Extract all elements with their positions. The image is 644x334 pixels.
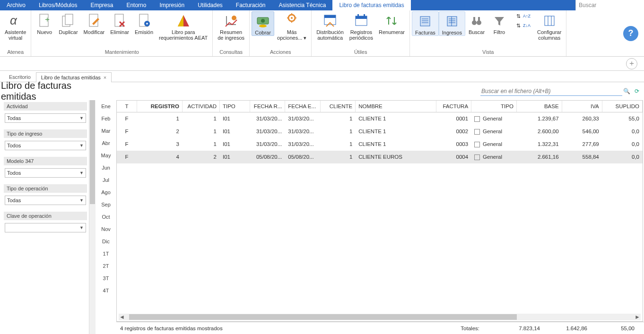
facturas-button[interactable]: Facturas	[412, 11, 439, 36]
month-may[interactable]: May	[96, 149, 116, 162]
libro-aeat-button[interactable]: Libro para requerimientos AEAT	[156, 11, 210, 41]
search-icon[interactable]: 🔍	[622, 88, 631, 94]
table-row[interactable]: F31I0131/03/20...31/03/20...1CLIENTE 100…	[117, 138, 643, 151]
menu-search[interactable]: Buscar	[575, 0, 644, 10]
month-ago[interactable]: Ago	[96, 186, 116, 198]
menu-empresa[interactable]: Empresa	[84, 0, 120, 10]
filter-scrollbar[interactable]	[89, 100, 96, 334]
col-header[interactable]: TIPO	[471, 101, 517, 112]
col-header[interactable]: BASE	[516, 101, 562, 112]
menu-entorno[interactable]: Entorno	[120, 0, 153, 10]
menu-impresion[interactable]: Impresión	[153, 0, 191, 10]
more-icon	[284, 13, 299, 28]
col-header[interactable]: TIPO	[219, 101, 250, 112]
col-header[interactable]: FECHA R...	[250, 101, 285, 112]
col-header[interactable]: SUPLIDO	[602, 101, 642, 112]
filter-clave-operacion-select[interactable]: ▼	[5, 223, 86, 232]
refresh-icon[interactable]: ⟳	[633, 88, 641, 94]
help-icon[interactable]: ?	[623, 26, 638, 41]
menu-asistencia[interactable]: Asistencia Técnica	[272, 0, 333, 10]
col-header[interactable]: REGISTRO	[137, 101, 183, 112]
menu-libros[interactable]: Libros/Módulos	[32, 0, 84, 10]
month-2t[interactable]: 2T	[96, 260, 116, 272]
add-tab-button[interactable]: ＋	[626, 58, 637, 69]
filtro-button[interactable]: Filtro	[488, 11, 511, 35]
svg-rect-25	[473, 17, 475, 21]
menu-utilidades[interactable]: Utilidades	[191, 0, 229, 10]
ingresos-button[interactable]: Ingresos	[439, 11, 465, 36]
invoices-icon	[418, 14, 433, 29]
table-row[interactable]: F11I0131/03/20...31/03/20...1CLIENTE 100…	[117, 112, 643, 125]
duplicar-button[interactable]: Duplicar	[56, 11, 80, 35]
chevron-down-icon: ▼	[79, 116, 84, 120]
emision-button[interactable]: Emisión	[132, 11, 156, 35]
renumerar-button[interactable]: Renumerar	[376, 11, 408, 35]
asistente-virtual-button[interactable]: α Asistente virtual	[2, 11, 29, 41]
cobrar-button[interactable]: Cobrar	[252, 11, 274, 36]
col-header[interactable]: FACTURA	[436, 101, 471, 112]
table-search-input[interactable]	[481, 88, 621, 94]
sort-asc-button[interactable]: ⇅A↑Z	[513, 11, 532, 21]
close-tab-icon[interactable]: ×	[104, 75, 106, 80]
month-jun[interactable]: Jun	[96, 162, 116, 174]
month-dic[interactable]: Dic	[96, 235, 116, 248]
configurar-columnas-button[interactable]: Configurar columnas	[534, 11, 564, 41]
month-3t[interactable]: 3T	[96, 272, 116, 284]
filter-tipo-ingreso-select[interactable]: Todos▼	[5, 141, 86, 150]
filter-actividad-select[interactable]: Todas▼	[5, 113, 86, 123]
mas-opciones-button[interactable]: Más opciones... ▾	[274, 11, 309, 41]
resumen-ingresos-button[interactable]: Resumen de ingresos	[215, 11, 247, 41]
eliminar-button[interactable]: Eliminar	[107, 11, 132, 35]
table-row[interactable]: F21I0131/03/20...31/03/20...1CLIENTE 100…	[117, 125, 643, 138]
month-abr[interactable]: Abr	[96, 137, 116, 149]
col-header[interactable]: CLIENTE	[320, 101, 356, 112]
registros-periodicos-button[interactable]: Registros periódicos	[347, 11, 376, 41]
scroll-right-icon[interactable]: ►	[634, 314, 641, 320]
col-header[interactable]: ACTIVIDAD	[182, 101, 219, 112]
svg-rect-16	[324, 15, 336, 18]
buscar-button[interactable]: Buscar	[465, 11, 488, 35]
menu-facturacion[interactable]: Facturación	[229, 0, 272, 10]
nuevo-button[interactable]: ＋Nuevo	[33, 11, 56, 35]
filter-sidebar: Libro de facturas emitidas Actividad Tod…	[0, 82, 96, 334]
month-nov[interactable]: Nov	[96, 223, 116, 235]
table-row[interactable]: F42I0105/08/20...05/08/20...1CLIENTE EUR…	[117, 151, 643, 163]
summary-icon	[224, 13, 239, 28]
emit-icon	[137, 13, 152, 28]
total-base: 7.823,14	[498, 325, 546, 331]
col-header[interactable]: FECHA E...	[285, 101, 321, 112]
alpha-icon: α	[8, 13, 23, 28]
table-search[interactable]	[480, 87, 622, 96]
svg-point-11	[261, 19, 265, 23]
filter-modelo347-select[interactable]: Todos▼	[5, 168, 86, 178]
month-ene[interactable]: Ene	[96, 100, 116, 112]
total-suplido: 55,00	[593, 325, 640, 331]
renumber-icon	[384, 13, 399, 28]
month-4t[interactable]: 4T	[96, 284, 116, 297]
modificar-button[interactable]: Modificar	[81, 11, 108, 35]
horizontal-scrollbar[interactable]: ◄ ►	[119, 314, 641, 320]
chevron-down-icon: ▼	[79, 225, 84, 230]
svg-point-12	[259, 25, 267, 27]
sort-desc-button[interactable]: ⇅Z↓A	[513, 21, 532, 30]
distribucion-button[interactable]: Distribución automática	[313, 11, 346, 41]
filter-tipo-operacion-select[interactable]: Todas▼	[5, 196, 86, 205]
month-jul[interactable]: Jul	[96, 174, 116, 186]
month-feb[interactable]: Feb	[96, 112, 116, 125]
columns-icon	[542, 13, 557, 28]
month-1t[interactable]: 1T	[96, 248, 116, 260]
month-sep[interactable]: Sep	[96, 198, 116, 211]
delete-icon	[112, 13, 127, 28]
col-header[interactable]: NOMBRE	[356, 101, 436, 112]
month-selector: EneFebMarAbrMayJunJulAgoSepOctNovDic1T2T…	[96, 82, 116, 334]
svg-point-9	[232, 16, 236, 20]
document-tabs: Escritorio Libro de facturas emitidas×	[0, 71, 644, 82]
month-mar[interactable]: Mar	[96, 125, 116, 137]
month-oct[interactable]: Oct	[96, 211, 116, 223]
col-header[interactable]: T	[117, 101, 137, 112]
menu-archivo[interactable]: Archivo	[0, 0, 32, 10]
col-header[interactable]: IVA	[562, 101, 602, 112]
menu-libro-facturas[interactable]: Libro de facturas emitidas	[332, 0, 410, 10]
scroll-left-icon[interactable]: ◄	[119, 314, 125, 320]
svg-text:＋: ＋	[44, 15, 51, 23]
